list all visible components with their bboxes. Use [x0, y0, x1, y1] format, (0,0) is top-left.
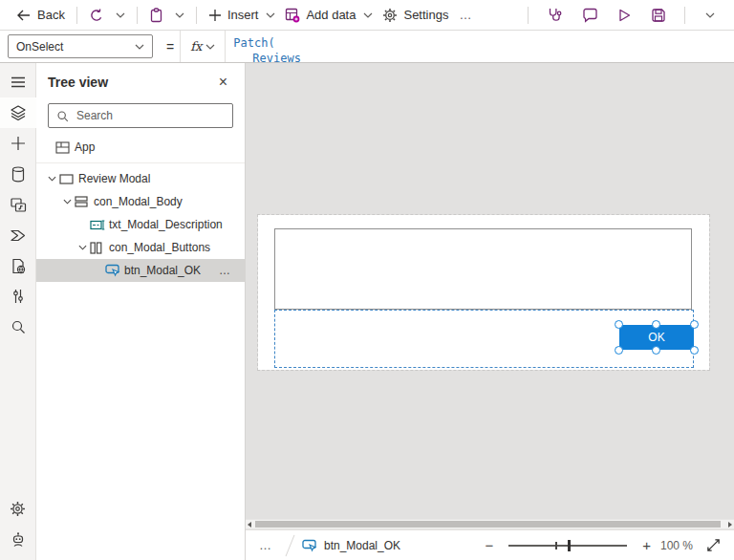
preview-play-button[interactable] — [610, 5, 639, 26]
tree-item-review-modal[interactable]: Review Modal — [36, 167, 245, 190]
search-icon — [11, 319, 26, 334]
settings-button[interactable]: Settings — [378, 5, 453, 26]
property-selected-value: OnSelect — [16, 40, 135, 54]
breadcrumb-selected-control[interactable]: btn_Modal_OK — [302, 539, 400, 552]
tree-item-app[interactable]: App — [36, 136, 245, 159]
rail-item-advanced-tools[interactable] — [0, 250, 36, 281]
rail-item-data[interactable] — [0, 159, 36, 189]
rail-item-virtual-agent[interactable] — [0, 524, 36, 554]
undo-icon — [89, 8, 104, 22]
tree-item-btn-modal-ok[interactable]: btn_Modal_OK … — [36, 259, 245, 282]
rail-item-insert[interactable] — [0, 128, 36, 159]
app-checker-button[interactable] — [539, 4, 571, 26]
add-data-button[interactable]: Add data — [280, 5, 378, 26]
fx-label: fx — [190, 39, 202, 54]
tree-divider — [36, 162, 245, 163]
scroll-right-arrow[interactable] — [728, 522, 732, 528]
gear-icon — [10, 501, 26, 517]
insert-label: Insert — [227, 8, 259, 22]
tree-item-con-modal-body[interactable]: con_Modal_Body — [36, 190, 245, 213]
zoom-slider-thumb[interactable] — [568, 540, 571, 551]
comments-button[interactable] — [574, 5, 606, 26]
tree-item-txt-modal-description[interactable]: txt_Modal_Description — [36, 213, 245, 236]
chevron-down-icon — [135, 44, 144, 50]
con-modal-buttons-control[interactable]: OK — [274, 310, 694, 368]
stethoscope-icon — [547, 7, 563, 23]
rail-item-search[interactable] — [0, 312, 36, 342]
resize-handle-top-center[interactable] — [652, 320, 660, 329]
tree-list: App Review Modal — [36, 136, 245, 282]
tree-item-label: txt_Modal_Description — [109, 218, 223, 231]
add-data-table-icon — [285, 8, 300, 23]
equals-sign: = — [161, 39, 180, 54]
tree-view-title: Tree view — [48, 75, 213, 90]
chevron-down-icon[interactable] — [75, 245, 90, 250]
back-label: Back — [37, 8, 65, 22]
tree-view-layers-icon — [10, 104, 27, 121]
power-automate-icon — [10, 228, 27, 243]
container-rows-icon — [75, 196, 94, 207]
save-button[interactable] — [643, 5, 674, 26]
toolbar-overflow-button[interactable]: … — [453, 8, 478, 22]
plus-icon — [11, 136, 26, 151]
zoom-in-button[interactable]: + — [638, 537, 655, 553]
canvas-status-bar: … btn_Modal_OK − + 100 % — [246, 529, 734, 560]
insert-button[interactable]: Insert — [204, 5, 281, 25]
undo-dropdown-chevron[interactable] — [111, 10, 130, 21]
tree-item-con-modal-buttons[interactable]: con_Modal_Buttons — [36, 236, 245, 259]
rail-item-settings[interactable] — [0, 493, 36, 524]
txt-modal-description-control[interactable] — [274, 228, 692, 310]
chevron-down-icon — [205, 44, 215, 50]
paste-dropdown-chevron[interactable] — [170, 10, 189, 21]
close-icon[interactable]: × — [213, 72, 233, 93]
add-data-label: Add data — [306, 8, 356, 22]
rail-item-variables[interactable] — [0, 281, 36, 312]
zoom-slider[interactable] — [508, 538, 627, 553]
zoom-out-button[interactable]: − — [481, 537, 497, 553]
main-area: Tree view × App — [0, 63, 734, 560]
rail-item-tree-view[interactable] — [0, 97, 36, 128]
toolbar-separator — [76, 7, 77, 24]
paste-button[interactable] — [144, 5, 168, 26]
btn-modal-ok-control[interactable]: OK — [619, 325, 694, 350]
tree-item-overflow-button[interactable]: … — [219, 264, 245, 277]
back-arrow-icon — [16, 9, 32, 22]
scroll-left-arrow[interactable] — [248, 522, 251, 528]
hamburger-menu-button[interactable] — [0, 67, 36, 97]
status-overflow-button[interactable]: … — [259, 538, 278, 552]
resize-handle-bottom-left[interactable] — [615, 346, 623, 355]
add-data-chevron-icon — [363, 12, 373, 18]
scrollbar-thumb[interactable] — [255, 521, 721, 528]
insert-chevron-icon — [266, 12, 275, 18]
modal-container[interactable]: OK — [258, 215, 709, 370]
resize-handle-top-right[interactable] — [690, 320, 699, 329]
chevron-down-icon[interactable] — [59, 199, 75, 205]
chevron-down-icon[interactable] — [44, 176, 59, 182]
save-dropdown-chevron[interactable] — [698, 10, 723, 21]
undo-button[interactable] — [84, 5, 109, 25]
rail-item-power-automate[interactable] — [0, 220, 36, 250]
fit-to-window-icon[interactable] — [706, 538, 721, 552]
toolbar-right-group — [521, 4, 723, 26]
resize-handle-bottom-right[interactable] — [690, 346, 699, 355]
tree-item-label: Review Modal — [78, 172, 150, 185]
tree-view-header: Tree view × — [36, 63, 245, 101]
property-dropdown[interactable]: OnSelect — [8, 34, 153, 58]
hamburger-icon — [11, 76, 26, 88]
resize-handle-top-left[interactable] — [615, 320, 623, 329]
play-icon — [617, 8, 632, 23]
search-input[interactable] — [75, 108, 225, 123]
rail-item-media[interactable] — [0, 189, 36, 220]
clipboard-icon — [149, 8, 163, 23]
resize-handle-bottom-center[interactable] — [652, 346, 660, 355]
fx-dropdown[interactable]: fx — [180, 31, 226, 62]
toolbar-separator — [528, 7, 529, 24]
data-cylinder-icon — [11, 166, 25, 183]
formula-input[interactable]: Patch( Reviews — [226, 31, 734, 62]
tree-search-box[interactable] — [48, 103, 233, 128]
horizontal-scrollbar[interactable] — [246, 519, 734, 529]
save-icon — [651, 8, 666, 23]
zoom-level-value: 100 % — [660, 539, 693, 552]
back-button[interactable]: Back — [11, 5, 70, 25]
page-globe-icon — [11, 258, 26, 274]
